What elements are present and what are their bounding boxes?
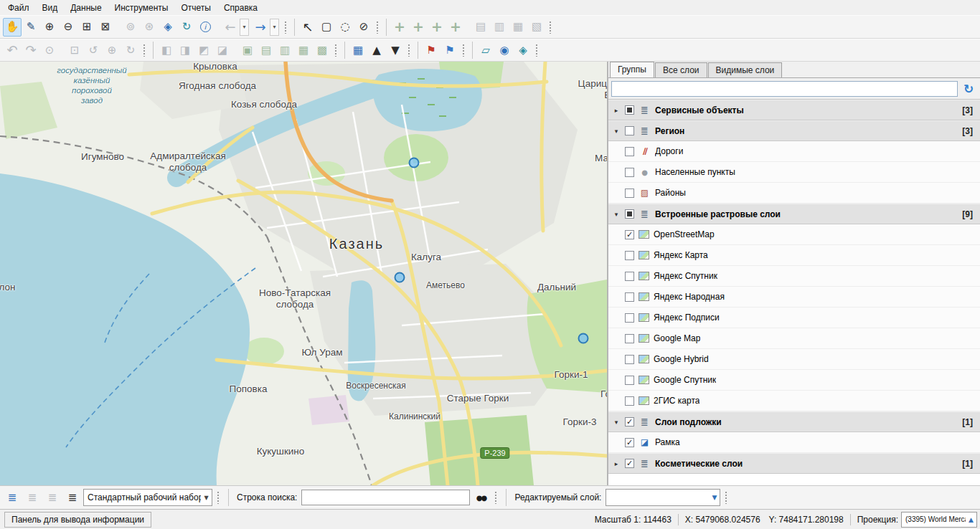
layer-tree-row[interactable]: 2ГИС карта [608, 391, 980, 411]
tab-visible-layers[interactable]: Видимые слои [708, 62, 783, 77]
zoom-extent-tool[interactable]: ⊠ [96, 18, 115, 37]
workset-toggle-2[interactable]: ≣ [23, 488, 42, 507]
layer-checkbox[interactable] [625, 251, 634, 260]
expand-arrow[interactable]: ▾ [612, 128, 621, 135]
layer-checkbox[interactable] [625, 334, 634, 343]
select-contour-tool[interactable]: ◌ [336, 18, 354, 37]
rotate-right-tool[interactable]: ↻ [121, 41, 140, 59]
layer-checkbox[interactable] [625, 189, 634, 198]
transform-frame-tool[interactable]: ⊡ [65, 41, 84, 59]
layer-tree-row[interactable]: Яндекс Спутник [608, 266, 980, 287]
edit-style-tool[interactable]: ✎ [22, 18, 40, 37]
layer-tree-row[interactable]: Google Спутник [608, 370, 980, 391]
group-objects-tool[interactable]: ▩ [313, 41, 331, 59]
map-info-tool[interactable]: ◉ [495, 41, 514, 59]
map-marker[interactable] [409, 158, 420, 168]
move-down-tool[interactable]: ▼ [386, 41, 405, 59]
refresh-map-tool[interactable]: ↻ [177, 18, 196, 37]
layer-tree-row[interactable]: ▾≣Регион[3] [608, 120, 980, 141]
move-up-tool[interactable]: ▲ [367, 41, 386, 59]
tab-all-layers[interactable]: Все слои [655, 62, 707, 77]
merge-objects-tool[interactable]: ▣ [238, 41, 257, 59]
workset-combo[interactable]: Стандартный рабочий набор ▼ [83, 489, 212, 506]
refresh-layers-button[interactable]: ↻ [960, 80, 977, 97]
expand-arrow[interactable]: ▸ [612, 460, 621, 467]
layer-checkbox[interactable] [625, 272, 634, 281]
nav-forward-dropdown[interactable]: ▾ [270, 19, 279, 36]
map-marker[interactable] [578, 333, 589, 344]
layer-tree-row[interactable]: ▾≣Встроенные растровые слои[9] [608, 204, 980, 224]
align-top-tool[interactable]: ◩ [194, 41, 213, 59]
duplicate-object-tool[interactable]: ▦ [509, 18, 527, 37]
layer-tree-row[interactable]: Google Map [608, 328, 980, 349]
expand-arrow[interactable]: ▾ [612, 211, 621, 218]
layer-filter-input[interactable] [611, 81, 958, 97]
menu-reports[interactable]: Отчеты [174, 1, 217, 14]
intersect-objects-tool[interactable]: ▤ [257, 41, 275, 59]
search-button[interactable]: ●● [471, 488, 490, 507]
layer-checkbox[interactable] [625, 355, 634, 364]
layer-checkbox[interactable] [625, 459, 634, 468]
layer-checkbox[interactable] [625, 168, 634, 177]
zoom-out-tool[interactable]: ⊖ [59, 18, 77, 37]
layer-checkbox[interactable] [625, 147, 634, 156]
align-left-tool[interactable]: ◧ [157, 41, 176, 59]
clear-selection-tool[interactable]: ⊘ [354, 18, 373, 37]
route-start-tool[interactable]: ⚑ [422, 41, 440, 59]
zoom-next-tool[interactable]: ⊛ [140, 18, 159, 37]
select-rect-tool[interactable]: ▢ [317, 18, 336, 37]
layer-tree-row[interactable]: Google Hybrid [608, 349, 980, 370]
pan-tool[interactable]: ✋ [3, 18, 22, 37]
layer-tree-row[interactable]: ▸≣Косметические слои[1] [608, 453, 980, 474]
editable-layer-combo[interactable]: ▼ [606, 489, 720, 506]
nav-back-dropdown[interactable]: ▾ [240, 19, 249, 36]
menu-tools[interactable]: Инструменты [108, 1, 175, 14]
add-point-object-tool[interactable]: + [390, 18, 409, 37]
layer-tree-row[interactable]: ▨Районы [608, 183, 980, 204]
workset-toggle-1[interactable]: ≣ [3, 488, 22, 507]
layer-tree-row[interactable]: ∕∕Дороги [608, 141, 980, 162]
align-right-tool[interactable]: ◨ [176, 41, 194, 59]
union-objects-tool[interactable]: ▥ [275, 41, 294, 59]
layer-visibility-tool[interactable]: ◈ [159, 18, 177, 37]
select-object-tool[interactable]: ↖ [298, 18, 317, 37]
add-line-object-tool[interactable]: + [409, 18, 428, 37]
crop-objects-tool[interactable]: ▦ [294, 41, 313, 59]
workset-toggle-3[interactable]: ≣ [43, 488, 62, 507]
layer-checkbox[interactable] [625, 292, 634, 302]
layer-checkbox[interactable] [625, 209, 634, 219]
bookmark-tool[interactable]: ◈ [514, 41, 532, 59]
align-bottom-tool[interactable]: ◪ [213, 41, 232, 59]
layer-tree-row[interactable]: Яндекс Подписи [608, 308, 980, 328]
layer-tree-row[interactable]: ▸≣Сервисные объекты[3] [608, 100, 980, 120]
layer-checkbox[interactable] [625, 313, 634, 323]
menu-data[interactable]: Данные [64, 1, 108, 14]
zoom-in-tool[interactable]: ⊕ [40, 18, 59, 37]
delete-object-tool[interactable]: ▧ [527, 18, 546, 37]
zoom-prev-tool[interactable]: ⊚ [121, 18, 140, 37]
measure-tool[interactable]: ▱ [476, 41, 495, 59]
undo-tool[interactable]: ↶ [3, 41, 22, 59]
layer-tree-row[interactable]: OpenStreetMap [608, 224, 980, 245]
menu-help[interactable]: Справка [217, 1, 264, 14]
add-area-object-tool[interactable]: + [428, 18, 446, 37]
rotate-left-tool[interactable]: ↺ [84, 41, 103, 59]
paste-object-tool[interactable]: ▤ [471, 18, 490, 37]
history-tool[interactable]: ⊙ [40, 41, 59, 59]
layer-tree-row[interactable]: ▾≣Слои подложки[1] [608, 411, 980, 432]
workset-toggle-4[interactable]: ≣ [63, 488, 82, 507]
expand-arrow[interactable]: ▾ [612, 419, 621, 426]
nav-forward-button[interactable]: → [251, 18, 270, 37]
redo-tool[interactable]: ↷ [22, 41, 40, 59]
projection-combo[interactable]: (3395) World Mercator WGS 84 ▲ [901, 512, 977, 528]
layer-tree-row[interactable]: Яндекс Карта [608, 245, 980, 266]
layer-checkbox[interactable] [625, 376, 634, 385]
scale-object-tool[interactable]: ⊕ [103, 41, 121, 59]
layer-checkbox[interactable] [625, 105, 634, 115]
map-canvas[interactable]: государственныйказённыйпороховойзаводКры… [0, 62, 607, 485]
add-text-object-tool[interactable]: + [446, 18, 465, 37]
route-end-tool[interactable]: ⚑ [440, 41, 459, 59]
object-info-tool[interactable]: i [196, 18, 215, 37]
layer-checkbox[interactable] [625, 417, 634, 426]
layer-checkbox[interactable] [625, 230, 634, 239]
